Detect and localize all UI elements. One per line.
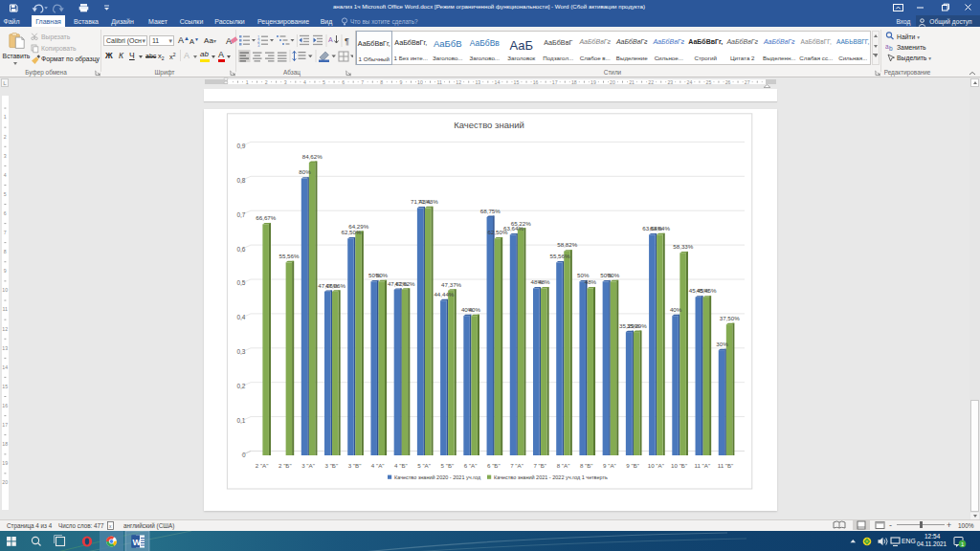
svg-text:0,6: 0,6 <box>236 246 245 253</box>
svg-text:40%: 40% <box>469 306 481 313</box>
svg-text:80%: 80% <box>299 168 311 175</box>
svg-text:50%: 50% <box>376 272 389 278</box>
svg-text:0,8: 0,8 <box>236 177 245 184</box>
svg-text:0,2: 0,2 <box>236 383 245 389</box>
svg-text:11 "Б": 11 "Б" <box>718 462 734 469</box>
svg-text:50%: 50% <box>577 272 590 278</box>
svg-text:11 "А": 11 "А" <box>694 462 710 469</box>
svg-text:44,44%: 44,44% <box>434 291 454 298</box>
svg-text:40%: 40% <box>670 306 682 313</box>
svg-text:0,1: 0,1 <box>236 417 245 424</box>
svg-text:66,67%: 66,67% <box>256 214 276 221</box>
svg-text:6 "Б": 6 "Б" <box>487 462 501 469</box>
svg-text:47,62%: 47,62% <box>395 280 415 287</box>
svg-text:7 "Б": 7 "Б" <box>533 462 546 469</box>
svg-text:0,3: 0,3 <box>236 348 245 355</box>
svg-text:3 "В": 3 "В" <box>348 462 362 469</box>
svg-text:50%: 50% <box>608 272 620 278</box>
svg-text:71,43%: 71,43% <box>418 198 438 205</box>
svg-text:64,29%: 64,29% <box>348 223 368 230</box>
svg-text:47,06%: 47,06% <box>325 282 345 289</box>
svg-text:5 "А": 5 "А" <box>417 462 431 469</box>
svg-text:65,22%: 65,22% <box>511 220 531 227</box>
svg-text:84,62%: 84,62% <box>302 153 323 160</box>
svg-text:8 "Б": 8 "Б" <box>580 462 593 469</box>
svg-text:45,45%: 45,45% <box>697 287 717 294</box>
svg-text:Качество знаний 2021 - 2022 уч: Качество знаний 2021 - 2022 уч.год 1 чет… <box>494 474 608 480</box>
svg-text:0,7: 0,7 <box>236 211 245 218</box>
svg-text:0,9: 0,9 <box>236 143 245 149</box>
svg-text:Качество знаний: Качество знаний <box>454 120 524 130</box>
svg-text:62,50%: 62,50% <box>342 229 362 235</box>
svg-text:58,33%: 58,33% <box>673 243 693 250</box>
svg-text:Качество знаний 2020 - 2021 уч: Качество знаний 2020 - 2021 уч.год <box>394 474 481 480</box>
svg-text:8 "А": 8 "А" <box>557 462 570 469</box>
svg-text:2 "А": 2 "А" <box>256 462 269 469</box>
svg-text:4 "Б": 4 "Б" <box>394 462 408 469</box>
svg-text:0,5: 0,5 <box>236 279 245 286</box>
svg-text:3 "Б": 3 "Б" <box>324 462 338 469</box>
svg-text:0,4: 0,4 <box>236 314 245 320</box>
svg-text:48%: 48% <box>585 278 597 285</box>
svg-text:30%: 30% <box>716 341 728 347</box>
svg-text:9 "Б": 9 "Б" <box>626 462 639 469</box>
svg-text:10 "Б": 10 "Б" <box>671 462 687 469</box>
svg-text:58,82%: 58,82% <box>557 241 577 248</box>
svg-text:6 "А": 6 "А" <box>464 462 478 469</box>
svg-text:W: W <box>133 537 142 546</box>
svg-text:48%: 48% <box>538 278 550 285</box>
svg-text:10 "А": 10 "А" <box>648 462 664 469</box>
svg-text:5 "Б": 5 "Б" <box>441 462 455 469</box>
svg-text:55,56%: 55,56% <box>550 253 570 259</box>
svg-text:63,64%: 63,64% <box>650 225 670 231</box>
svg-text:2 "Б": 2 "Б" <box>278 462 292 469</box>
svg-text:37,50%: 37,50% <box>720 315 740 321</box>
svg-text:7 "А": 7 "А" <box>510 462 523 469</box>
svg-text:4 "А": 4 "А" <box>371 462 385 469</box>
svg-text:35,29%: 35,29% <box>627 322 647 329</box>
svg-text:3 "А": 3 "А" <box>301 462 315 469</box>
svg-text:9 "А": 9 "А" <box>603 462 616 469</box>
svg-text:55,56%: 55,56% <box>279 253 300 259</box>
svg-text:47,37%: 47,37% <box>441 281 461 288</box>
svg-text:68,75%: 68,75% <box>480 208 501 214</box>
